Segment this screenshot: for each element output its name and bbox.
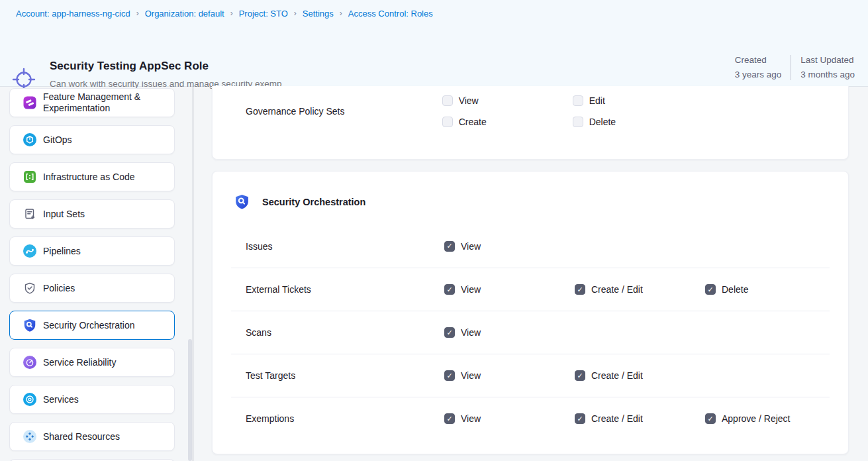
permission-checkbox-view[interactable]: View — [444, 369, 575, 382]
diamond-icon — [23, 429, 37, 444]
checkbox-icon[interactable] — [705, 413, 716, 424]
checkbox-label: View — [461, 284, 481, 295]
role-meta: Created 3 years ago Last Updated 3 month… — [735, 54, 855, 81]
permission-checkbox-delete[interactable]: Delete — [705, 283, 748, 296]
permission-checkbox-edit[interactable]: Edit — [573, 94, 703, 107]
permission-row-governance-policy-sets: Governance Policy Sets View Edit Create … — [231, 86, 830, 128]
shield-search-icon — [234, 193, 250, 210]
page-title: Security Testing AppSec Role — [50, 60, 209, 73]
checkbox-icon[interactable] — [442, 117, 453, 127]
checkbox-icon[interactable] — [444, 413, 455, 424]
permission-row-external-tickets: External Tickets View Create / Edit Dele… — [231, 268, 830, 311]
sidebar-item-services[interactable]: Services — [9, 385, 175, 414]
permission-row-test-targets: Test Targets View Create / Edit — [231, 354, 830, 397]
sidebar-item-input-sets[interactable]: Input Sets — [9, 199, 175, 229]
breadcrumb-access-control-roles[interactable]: Access Control: Roles — [348, 9, 433, 19]
checkbox-icon[interactable] — [705, 284, 716, 295]
checkbox-label: View — [461, 327, 481, 338]
sidebar-item-label: Pipelines — [43, 246, 81, 257]
sidebar-item-infrastructure-as-code[interactable]: Infrastructure as Code — [9, 162, 175, 191]
checkbox-icon[interactable] — [575, 284, 585, 295]
checkbox-icon[interactable] — [575, 370, 585, 381]
permission-checkbox-view[interactable]: View — [442, 94, 573, 107]
gauge-icon — [23, 355, 37, 370]
page-header: Security Testing AppSec Role Can work wi… — [0, 26, 868, 87]
sidebar-item-label: Security Orchestration — [43, 320, 135, 331]
permissions-panel: Governance Policy Sets View Edit Create … — [199, 87, 868, 461]
sidebar-item-shared-resources[interactable]: Shared Resources — [9, 422, 175, 451]
sidebar-item-pipelines[interactable]: Pipelines — [9, 236, 175, 266]
sidebar-item-label: Feature Management & Experimentation — [43, 91, 168, 114]
checkbox-label: View — [461, 370, 481, 381]
target-icon — [23, 392, 37, 407]
sidebar-item-label: GitOps — [43, 134, 72, 146]
permission-row-issues: Issues View — [231, 225, 830, 268]
permission-checkbox-view[interactable]: View — [444, 326, 481, 339]
resource-label: Issues — [246, 241, 444, 252]
section-title: Security Orchestration — [262, 197, 365, 207]
governance-card: Governance Policy Sets View Edit Create … — [212, 86, 849, 160]
permission-checkbox-view[interactable]: View — [444, 283, 575, 296]
permission-checkbox-approve-reject[interactable]: Approve / Reject — [705, 412, 791, 425]
sidebar-scrollbar-thumb[interactable] — [188, 339, 192, 461]
breadcrumb-account[interactable]: Account: app-harness-ng-cicd — [16, 9, 130, 19]
permission-row-exemptions: Exemptions View Create / Edit Approve / … — [231, 397, 830, 440]
resource-label: Exemptions — [246, 413, 444, 424]
breadcrumb-settings[interactable]: Settings — [303, 9, 334, 19]
checkbox-icon[interactable] — [444, 370, 455, 381]
checkbox-icon[interactable] — [573, 117, 583, 127]
permission-checkbox-create[interactable]: Create — [442, 115, 573, 128]
gitops-icon — [23, 132, 37, 147]
chevron-right-icon: › — [340, 9, 342, 18]
header-band: Account: app-harness-ng-cicd › Organizat… — [0, 0, 868, 87]
checkbox-icon[interactable] — [444, 327, 455, 338]
sidebar-item-service-reliability[interactable]: Service Reliability — [9, 348, 175, 377]
permission-checkbox-create-edit[interactable]: Create / Edit — [575, 369, 643, 382]
checkbox-icon[interactable] — [573, 95, 583, 106]
sidebar-item-gitops[interactable]: GitOps — [9, 125, 175, 154]
section-header: Security Orchestration — [213, 172, 848, 210]
breadcrumb-organization[interactable]: Organization: default — [145, 9, 224, 19]
checkbox-label: Create / Edit — [591, 413, 643, 424]
resource-label: Test Targets — [246, 370, 444, 381]
chevron-right-icon: › — [294, 9, 297, 18]
permission-checkbox-create-edit[interactable]: Create / Edit — [575, 412, 705, 425]
checkbox-label: Create / Edit — [591, 284, 643, 295]
shield-check-icon — [23, 281, 37, 295]
resource-label: Scans — [246, 327, 444, 338]
sidebar-item-policies[interactable]: Policies — [9, 274, 175, 303]
sidebar-item-label: Services — [43, 394, 79, 405]
pipelines-icon — [23, 244, 37, 258]
security-orchestration-card: Security Orchestration Issues View Exter… — [212, 171, 849, 454]
checkbox-label: View — [461, 413, 481, 424]
sidebar-item-security-orchestration[interactable]: Security Orchestration — [9, 311, 175, 340]
last-updated-label: Last Updated — [800, 54, 855, 66]
resource-label: Governance Policy Sets — [246, 106, 442, 117]
checkbox-icon[interactable] — [575, 413, 585, 424]
checkbox-label: Create — [459, 117, 487, 127]
checkbox-label: Edit — [589, 95, 605, 106]
checkbox-icon[interactable] — [442, 95, 453, 106]
sidebar-item-label: Policies — [43, 283, 75, 294]
permission-checkbox-delete[interactable]: Delete — [573, 115, 616, 128]
meta-divider — [791, 55, 791, 80]
created-value: 3 years ago — [735, 69, 782, 81]
permission-checkbox-view[interactable]: View — [444, 412, 575, 425]
permission-checkbox-create-edit[interactable]: Create / Edit — [575, 283, 705, 296]
sidebar-item-feature-management[interactable]: Feature Management & Experimentation — [9, 88, 175, 117]
breadcrumb-project[interactable]: Project: STO — [239, 9, 288, 19]
checkbox-label: Delete — [722, 284, 748, 295]
last-updated-value: 3 months ago — [800, 69, 855, 81]
resource-label: External Tickets — [246, 284, 444, 295]
checkbox-label: View — [459, 95, 479, 106]
checkbox-icon[interactable] — [444, 241, 455, 252]
flag-icon — [23, 95, 37, 110]
iac-icon — [23, 170, 37, 184]
permission-checkbox-view[interactable]: View — [444, 240, 481, 253]
checkbox-label: Approve / Reject — [722, 413, 791, 424]
created-label: Created — [735, 54, 782, 66]
checkbox-icon[interactable] — [444, 284, 455, 295]
sidebar-item-label: Input Sets — [43, 209, 85, 220]
permission-row-scans: Scans View — [231, 311, 830, 354]
resource-category-sidebar: Feature Management & Experimentation Git… — [0, 87, 199, 461]
